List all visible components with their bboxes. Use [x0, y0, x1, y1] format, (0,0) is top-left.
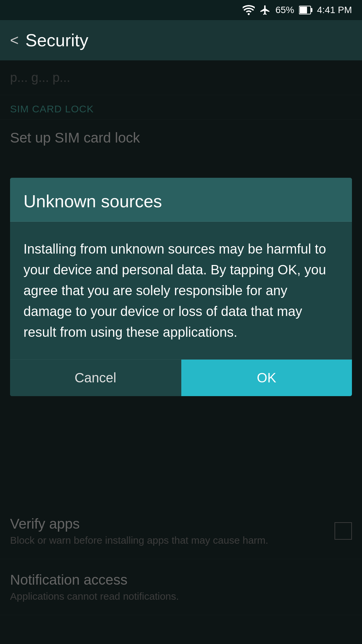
dialog-title-bar: Unknown sources — [10, 178, 352, 222]
dialog-body: Installing from unknown sources may be h… — [10, 222, 352, 359]
battery-percent: 65% — [276, 5, 294, 15]
back-button[interactable]: < — [10, 32, 19, 49]
header: < Security — [0, 20, 362, 60]
dialog-title: Unknown sources — [23, 191, 339, 211]
airplane-icon — [259, 4, 271, 16]
status-bar: 65% 4:41 PM — [0, 0, 362, 20]
dialog-actions: Cancel OK — [10, 359, 352, 396]
wifi-icon — [243, 5, 255, 15]
dialog-message: Installing from unknown sources may be h… — [23, 238, 339, 342]
status-icons: 65% 4:41 PM — [243, 4, 352, 16]
svg-rect-2 — [300, 7, 307, 13]
ok-button[interactable]: OK — [181, 360, 352, 396]
cancel-button[interactable]: Cancel — [10, 360, 181, 396]
page-title: Security — [25, 30, 88, 50]
battery-icon — [299, 5, 312, 15]
svg-rect-1 — [311, 8, 312, 12]
unknown-sources-dialog: Unknown sources Installing from unknown … — [10, 178, 352, 396]
clock: 4:41 PM — [317, 5, 352, 15]
